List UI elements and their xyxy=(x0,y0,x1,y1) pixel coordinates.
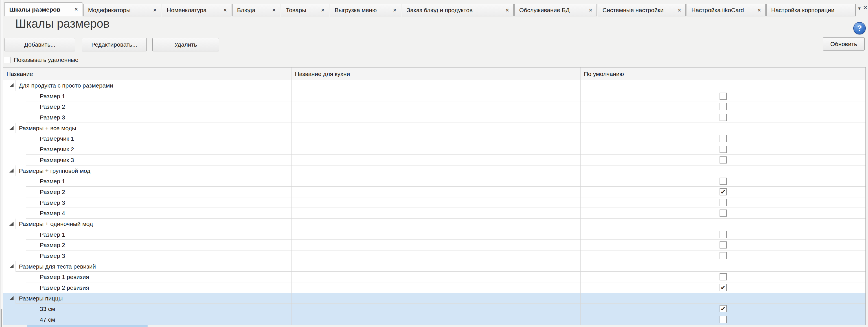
horizontal-scrollbar-thumb[interactable] xyxy=(27,325,148,327)
tab-close-icon[interactable]: ✕ xyxy=(153,8,157,13)
tab-close-icon[interactable]: ✕ xyxy=(272,8,276,13)
default-checkbox[interactable] xyxy=(720,252,726,259)
tab-close-icon[interactable]: ✕ xyxy=(589,8,593,13)
default-checkbox[interactable]: ✔ xyxy=(720,284,726,291)
size-row[interactable]: Размер 1 ревизия xyxy=(3,272,865,283)
size-row[interactable]: Размер 1 xyxy=(3,176,865,187)
default-checkbox[interactable] xyxy=(720,156,726,164)
tab-close-icon[interactable]: ✕ xyxy=(678,8,681,13)
default-checkbox[interactable] xyxy=(720,241,726,248)
tab-6[interactable]: Выгрузка меню✕ xyxy=(330,4,401,17)
tab-label: Настройка iikoCard xyxy=(691,7,744,13)
group-row[interactable]: Размеры + одиночный мод xyxy=(3,218,865,229)
column-header-name[interactable]: Название xyxy=(6,67,33,80)
size-row[interactable]: Размер 3 xyxy=(3,112,865,123)
size-row[interactable]: Размерчик 3 xyxy=(3,155,865,166)
size-row[interactable]: Размер 2 ревизия✔ xyxy=(3,283,865,293)
expand-collapse-icon[interactable] xyxy=(9,264,13,268)
row-name-label: Размер 1 ревизия xyxy=(40,272,89,283)
group-row[interactable]: Размеры для теста ревизий xyxy=(3,261,865,272)
group-row[interactable]: Размеры пиццы xyxy=(3,293,865,304)
left-splitter[interactable] xyxy=(0,0,3,327)
tab-label: Обслуживание БД xyxy=(519,7,570,13)
row-name-label: Размер 3 xyxy=(40,112,65,123)
tab-8[interactable]: Обслуживание БД✕ xyxy=(515,4,597,17)
tab-close-icon[interactable]: ✕ xyxy=(74,7,78,12)
tab-11[interactable]: Настройка корпорации xyxy=(767,4,856,17)
size-row[interactable]: Размер 2✔ xyxy=(3,187,865,198)
expand-collapse-icon[interactable] xyxy=(9,296,13,300)
group-row[interactable]: Размеры + все моды xyxy=(3,123,865,133)
tab-9[interactable]: Системные настройки✕ xyxy=(598,4,686,17)
size-row[interactable]: Размер 1 xyxy=(3,229,865,240)
row-name-label: 33 см xyxy=(40,303,55,314)
help-icon[interactable]: ? xyxy=(853,22,866,34)
default-checkbox[interactable] xyxy=(720,146,726,153)
size-row[interactable]: Размер 4 xyxy=(3,208,865,218)
size-row[interactable]: Размер 1 xyxy=(3,91,865,102)
default-checkbox[interactable] xyxy=(720,114,726,121)
default-checkbox[interactable] xyxy=(720,316,726,323)
default-checkbox[interactable]: ✔ xyxy=(720,188,726,196)
group-row[interactable]: Для продукта с просто размерами xyxy=(3,80,865,91)
tab-5[interactable]: Товары✕ xyxy=(281,4,329,17)
row-name-label: Размерчик 3 xyxy=(40,155,74,166)
row-name-label: Размеры пиццы xyxy=(19,293,63,304)
expand-collapse-icon[interactable] xyxy=(9,126,13,130)
splitter-line xyxy=(1,0,1,327)
tab-1[interactable]: Шкалы размеров✕ xyxy=(4,2,83,17)
default-checkbox[interactable] xyxy=(720,231,726,238)
tab-2[interactable]: Модификаторы✕ xyxy=(83,4,161,17)
checkbox-box[interactable] xyxy=(4,57,10,63)
tab-4[interactable]: Блюда✕ xyxy=(232,4,280,17)
tab-overflow-icon[interactable]: ▼ xyxy=(857,6,862,10)
tab-close-icon[interactable]: ✕ xyxy=(505,8,509,13)
refresh-button[interactable]: Обновить xyxy=(823,37,865,51)
splitter-thumb[interactable] xyxy=(1,309,2,327)
default-checkbox[interactable] xyxy=(720,93,726,100)
tab-label: Системные настройки xyxy=(602,7,664,13)
row-name-label: Размер 3 xyxy=(40,250,65,261)
groupbox-border xyxy=(3,24,866,24)
row-name-label: Размер 1 xyxy=(40,176,65,187)
default-checkbox[interactable]: ✔ xyxy=(720,305,726,312)
default-checkbox[interactable] xyxy=(720,273,726,280)
size-row[interactable]: 33 см✔ xyxy=(3,303,865,314)
tab-close-icon[interactable]: ✕ xyxy=(757,8,761,13)
tab-3[interactable]: Номенклатура✕ xyxy=(162,4,231,17)
tab-label: Шкалы размеров xyxy=(9,6,60,13)
size-row[interactable]: Размер 3 xyxy=(3,198,865,208)
size-row[interactable]: Размер 2 xyxy=(3,101,865,112)
default-checkbox[interactable] xyxy=(720,135,726,142)
size-row[interactable]: Размер 2 xyxy=(3,240,865,250)
add-button[interactable]: Добавить... xyxy=(4,38,75,51)
size-row[interactable]: Размерчик 2 xyxy=(3,144,865,155)
column-divider xyxy=(291,67,292,325)
row-name-label: Размер 2 xyxy=(40,240,65,250)
default-checkbox[interactable] xyxy=(720,103,726,110)
delete-button[interactable]: Удалить xyxy=(152,38,219,51)
expand-collapse-icon[interactable] xyxy=(9,169,13,173)
default-checkbox[interactable] xyxy=(720,199,726,206)
tab-close-icon[interactable]: ✕ xyxy=(393,8,397,13)
size-row[interactable]: Размер 3 xyxy=(3,250,865,261)
tabstrip-close-icon[interactable]: ✕ xyxy=(863,5,868,10)
default-checkbox[interactable] xyxy=(720,210,726,216)
tab-7[interactable]: Заказ блюд и продуктов✕ xyxy=(402,4,514,17)
show-deleted-checkbox[interactable]: Показывать удаленные xyxy=(4,57,79,63)
tab-close-icon[interactable]: ✕ xyxy=(321,8,325,13)
edit-button[interactable]: Редактировать... xyxy=(82,38,147,51)
default-checkbox[interactable] xyxy=(720,178,726,185)
size-row[interactable]: 47 см xyxy=(3,314,865,325)
group-row[interactable]: Размеры + групповой мод xyxy=(3,166,865,176)
column-header-kitchen-name[interactable]: Название для кухни xyxy=(295,67,350,80)
row-name-label: Размерчик 2 xyxy=(40,144,74,155)
size-row[interactable]: Размерчик 1 xyxy=(3,133,865,144)
checkbox-label: Показывать удаленные xyxy=(14,57,79,63)
tab-close-icon[interactable]: ✕ xyxy=(223,8,227,13)
expand-collapse-icon[interactable] xyxy=(9,83,13,87)
column-header-default[interactable]: По умолчанию xyxy=(584,67,624,80)
tab-10[interactable]: Настройка iikoCard✕ xyxy=(687,4,766,17)
tab-bar: Шкалы размеров✕Модификаторы✕Номенклатура… xyxy=(3,0,868,17)
expand-collapse-icon[interactable] xyxy=(9,222,13,226)
